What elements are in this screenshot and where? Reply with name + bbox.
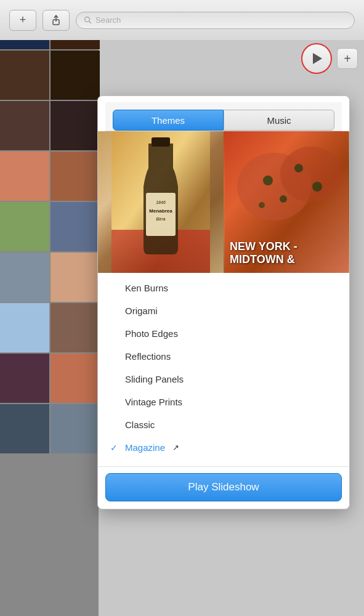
theme-item-photo-edges[interactable]: Photo Edges: [98, 322, 349, 345]
play-icon: [313, 53, 322, 64]
photo-cell: [0, 202, 49, 251]
wine-bottle-svg: 1846 Menabrea Birra: [98, 131, 224, 273]
wine-bottle-image: 1846 Menabrea Birra: [98, 131, 224, 273]
tab-music[interactable]: Music: [224, 110, 334, 131]
theme-item-ken-burns[interactable]: Ken Burns: [98, 277, 349, 299]
theme-item-vintage-prints[interactable]: Vintage Prints: [98, 391, 349, 413]
svg-point-13: [280, 147, 342, 202]
preview-right: NEW YORK -MIDTOWN &: [224, 131, 349, 273]
photo-cell: [51, 253, 100, 302]
tab-themes[interactable]: Themes: [113, 110, 224, 131]
photo-cell: [51, 354, 100, 403]
photo-cell: [0, 404, 49, 453]
theme-item-origami[interactable]: Origami: [98, 299, 349, 322]
photo-cell: [51, 101, 100, 150]
photo-cell: [0, 101, 49, 150]
photo-cell: [51, 202, 100, 251]
svg-line-3: [89, 22, 92, 24]
svg-point-15: [294, 164, 303, 172]
svg-rect-6: [146, 193, 176, 236]
preview-area: 1846 Menabrea Birra: [98, 131, 349, 273]
slideshow-dropdown: Themes Music: [97, 95, 350, 509]
preview-left: 1846 Menabrea Birra: [98, 131, 224, 273]
theme-list: Ken Burns Origami Photo Edges Reflection…: [98, 273, 349, 463]
theme-item-classic[interactable]: Classic: [98, 413, 349, 436]
pizza-overlay-text: NEW YORK -MIDTOWN &: [230, 240, 297, 267]
svg-point-2: [85, 17, 90, 22]
search-placeholder: Search: [95, 15, 121, 25]
location-text: NEW YORK -MIDTOWN &: [230, 240, 297, 266]
photo-cell: [0, 253, 49, 302]
check-icon: ✓: [110, 443, 120, 453]
search-icon: [84, 16, 92, 24]
add-slideshow-button[interactable]: +: [337, 48, 358, 69]
svg-point-17: [312, 182, 322, 192]
photo-cell: [0, 354, 49, 403]
share-button[interactable]: [42, 10, 70, 31]
photo-cell: [51, 152, 100, 201]
theme-item-magazine[interactable]: ✓ Magazine ↗: [98, 436, 349, 459]
photo-grid: [0, 0, 99, 616]
svg-rect-10: [152, 137, 170, 147]
svg-point-16: [280, 195, 287, 203]
photo-cell: [0, 51, 49, 100]
play-slideshow-button[interactable]: Play Slideshow: [105, 473, 342, 501]
photo-cell: [51, 51, 100, 100]
svg-text:1846: 1846: [156, 200, 166, 205]
play-button[interactable]: [301, 43, 332, 74]
pizza-image: NEW YORK -MIDTOWN &: [224, 131, 349, 273]
theme-item-sliding-panels[interactable]: Sliding Panels: [98, 368, 349, 391]
photo-cell: [51, 404, 100, 453]
theme-item-reflections[interactable]: Reflections: [98, 345, 349, 368]
divider: [98, 466, 349, 467]
photo-cell: [0, 152, 49, 201]
play-area: +: [301, 43, 358, 74]
tab-bar: Themes Music: [105, 102, 342, 131]
cursor-indicator: ↗: [172, 443, 179, 452]
photo-cell: [51, 303, 100, 352]
svg-text:Birra: Birra: [156, 217, 166, 221]
search-bar[interactable]: Search: [76, 12, 355, 29]
tab-bar-container: Themes Music: [98, 96, 349, 131]
svg-text:Menabrea: Menabrea: [149, 208, 172, 214]
toolbar: + Search: [0, 0, 364, 40]
svg-point-14: [263, 176, 273, 185]
photo-cell: [0, 303, 49, 352]
share-icon: [51, 15, 62, 26]
add-button[interactable]: +: [9, 10, 36, 31]
svg-point-18: [259, 202, 265, 208]
